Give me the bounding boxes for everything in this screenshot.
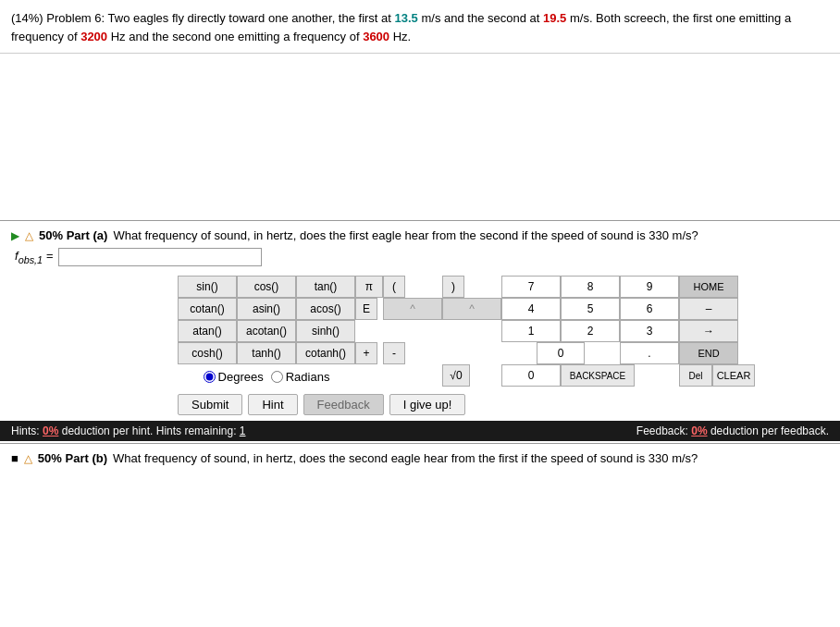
num6-btn[interactable]: 6 xyxy=(620,298,679,320)
warning-icon-b: △ xyxy=(24,452,32,465)
end-btn[interactable]: END xyxy=(679,342,738,364)
pi-btn[interactable]: π xyxy=(355,276,383,298)
checkbox-icon-b: ■ xyxy=(11,451,19,465)
calc-row-4: cosh() tanh() cotanh() + - 0 . END xyxy=(178,342,755,364)
sin-btn[interactable]: sin() xyxy=(178,276,237,298)
freq1: 3200 xyxy=(80,30,107,43)
calc-row-1: sin() cos() tan() π ( ) 7 8 9 HOME xyxy=(178,276,755,298)
clear-btn[interactable]: CLEAR xyxy=(712,364,755,387)
part-a-label: 50% Part (a) xyxy=(39,228,107,242)
radians-radio-label[interactable]: Radians xyxy=(271,370,330,384)
cotanh-btn[interactable]: cotanh() xyxy=(296,342,355,364)
feedback-text: Feedback: 0% deduction per feedback. xyxy=(636,424,829,437)
minus-btn[interactable]: - xyxy=(383,342,405,364)
radians-radio[interactable] xyxy=(271,371,283,383)
part-a-question: What frequency of sound, in hertz, does … xyxy=(113,228,698,242)
cos-btn[interactable]: cos() xyxy=(237,276,296,298)
calc-row-3: atan() acotan() sinh() 1 2 3 → xyxy=(178,320,755,342)
degrees-radio[interactable] xyxy=(204,371,216,383)
acos-btn[interactable]: acos() xyxy=(296,298,355,320)
fobs-label: fobs,1 = xyxy=(15,249,53,265)
plus-btn[interactable]: + xyxy=(355,342,377,364)
problem-text: (14%) Problem 6: Two eagles fly directly… xyxy=(0,0,840,54)
calculator-area: sin() cos() tan() π ( ) 7 8 9 HOME cotan… xyxy=(178,276,829,387)
atan-btn[interactable]: atan() xyxy=(178,320,237,342)
home-btn[interactable]: HOME xyxy=(679,276,738,298)
minus2-btn[interactable]: – xyxy=(679,298,738,320)
pow-btn[interactable]: ^ xyxy=(383,298,442,320)
dot-btn[interactable]: . xyxy=(620,342,679,364)
lparen-btn[interactable]: ( xyxy=(383,276,405,298)
e-btn[interactable]: E xyxy=(355,298,377,320)
num5-btn[interactable]: 5 xyxy=(561,298,620,320)
calc-row-5: Degrees Radians √0 0 BACKSPACE Del xyxy=(178,364,755,387)
num1-btn[interactable]: 1 xyxy=(501,320,561,342)
hints-bar: Hints: 0% deduction per hint. Hints rema… xyxy=(0,421,840,441)
part-b-section: ■ △ 50% Part (b) What frequency of sound… xyxy=(0,443,840,465)
num2-btn[interactable]: 2 xyxy=(561,320,620,342)
num7-btn[interactable]: 7 xyxy=(501,276,561,298)
del-btn[interactable]: Del xyxy=(679,364,712,387)
cosh-btn[interactable]: cosh() xyxy=(178,342,237,364)
feedback-btn[interactable]: Feedback xyxy=(303,394,384,415)
part-a-section: ▶ △ 50% Part (a) What frequency of sound… xyxy=(0,220,840,415)
num8-btn[interactable]: 8 xyxy=(561,276,620,298)
fobs-input[interactable] xyxy=(58,248,262,266)
submit-btn[interactable]: Submit xyxy=(178,394,242,415)
num0b-btn[interactable]: 0 xyxy=(501,364,561,387)
sinh-btn[interactable]: sinh() xyxy=(296,320,355,342)
calc-table: sin() cos() tan() π ( ) 7 8 9 HOME cotan… xyxy=(178,276,755,387)
hint-btn[interactable]: Hint xyxy=(248,394,297,415)
action-buttons: Submit Hint Feedback I give up! xyxy=(178,394,829,415)
num3-btn[interactable]: 3 xyxy=(620,320,679,342)
calc-row-2: cotan() asin() acos() E ^ ^ 4 5 6 – xyxy=(178,298,755,320)
caret-btn[interactable]: ^ xyxy=(442,298,501,320)
num4-btn[interactable]: 4 xyxy=(501,298,561,320)
warning-icon-a: △ xyxy=(25,229,33,242)
problem-label: (14%) Problem 6: xyxy=(11,11,105,25)
degrees-radio-label[interactable]: Degrees xyxy=(204,370,264,384)
backspace-btn[interactable]: BACKSPACE xyxy=(561,364,635,387)
part-b-question: What frequency of sound, in hertz, does … xyxy=(113,451,698,465)
play-icon: ▶ xyxy=(11,229,19,242)
hints-text: Hints: 0% deduction per hint. Hints rema… xyxy=(11,424,246,437)
freq2: 3600 xyxy=(363,30,389,43)
acotan-btn[interactable]: acotan() xyxy=(237,320,296,342)
hints-remaining-link[interactable]: 1 xyxy=(240,424,246,437)
part-b-header: ■ △ 50% Part (b) What frequency of sound… xyxy=(11,451,829,465)
tan-btn[interactable]: tan() xyxy=(296,276,355,298)
num0-btn[interactable]: 0 xyxy=(537,342,585,364)
problem-description: Two eagles fly directly toward one anoth… xyxy=(108,11,395,25)
input-row-a: fobs,1 = xyxy=(15,248,829,266)
tanh-btn[interactable]: tanh() xyxy=(237,342,296,364)
igiveup-btn[interactable]: I give up! xyxy=(389,394,466,415)
speed1: 13.5 xyxy=(395,11,418,25)
asin-btn[interactable]: asin() xyxy=(237,298,296,320)
cotan-btn[interactable]: cotan() xyxy=(178,298,237,320)
sqrt-btn[interactable]: √0 xyxy=(442,364,470,387)
speed2: 19.5 xyxy=(543,11,566,25)
num9-btn[interactable]: 9 xyxy=(620,276,679,298)
part-b-label: 50% Part (b) xyxy=(38,451,107,465)
rparen-btn[interactable]: ) xyxy=(442,276,464,298)
arrow-right-btn[interactable]: → xyxy=(679,320,738,342)
